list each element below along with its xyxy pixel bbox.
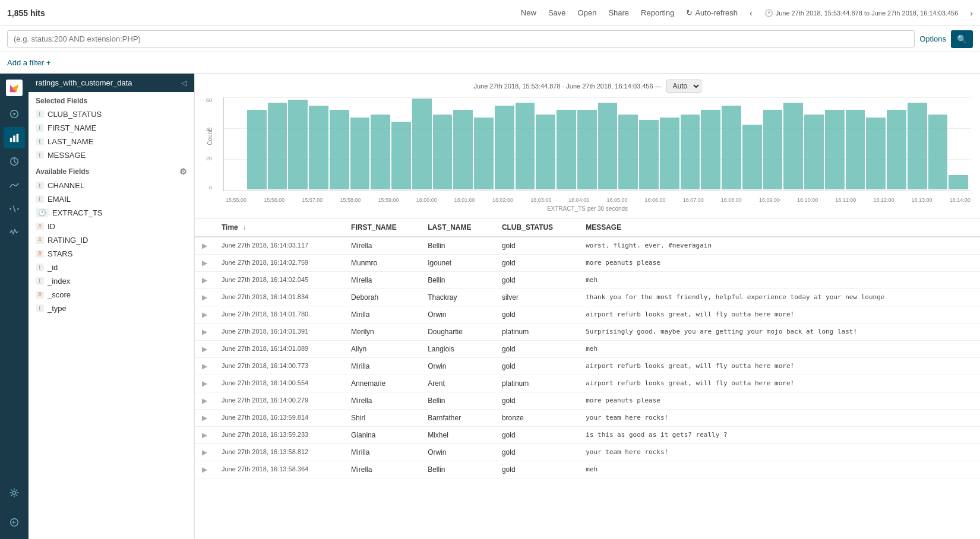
selected-field-first_name[interactable]: tFIRST_NAME (29, 121, 194, 135)
available-field-rating_id[interactable]: #RATING_ID (29, 233, 194, 247)
available-fields-settings-icon[interactable]: ⚙ (179, 167, 187, 176)
sidebar-visualize[interactable] (4, 127, 25, 148)
row-expand-4[interactable]: ▶ (195, 306, 214, 324)
field-name: _type (48, 304, 67, 313)
lastname-col-header: LAST_NAME (421, 218, 495, 237)
top-bar: 1,855 hits New Save Open Share Reporting… (0, 0, 980, 26)
x-tick-10: 16:05:00 (606, 197, 627, 203)
selected-field-club_status[interactable]: tCLUB_STATUS (29, 107, 194, 121)
nav-open[interactable]: Open (578, 8, 597, 17)
row-expand-2[interactable]: ▶ (195, 272, 214, 289)
row-firstname-13: Mirella (344, 461, 421, 478)
row-lastname-7: Orwin (421, 358, 495, 375)
chart-bar-31 (866, 118, 886, 189)
row-expand-12[interactable]: ▶ (195, 444, 214, 461)
auto-refresh-btn[interactable]: ↻ Auto-refresh (686, 8, 738, 17)
chart-bar-1 (247, 110, 267, 189)
row-firstname-4: Mirilla (344, 306, 421, 324)
available-field-_score[interactable]: #_score (29, 288, 194, 302)
x-tick-16: 16:11:00 (835, 197, 856, 203)
row-expand-7[interactable]: ▶ (195, 358, 214, 375)
chart-container: Count 6040200 15:55:0015:56:0015:57:0015… (204, 97, 970, 204)
nav-share[interactable]: Share (608, 8, 629, 17)
sidebar-discover[interactable] (4, 103, 25, 125)
row-expand-3[interactable]: ▶ (195, 289, 214, 306)
firstname-col-header: FIRST_NAME (344, 218, 421, 237)
table-row: ▶ June 27th 2018, 16:14:03.117 Mirella B… (195, 237, 980, 255)
available-field-stars[interactable]: #STARS (29, 247, 194, 261)
chart-bar-27 (783, 103, 803, 189)
sidebar-monitoring[interactable] (4, 222, 25, 243)
sidebar-collapse[interactable] (4, 512, 25, 533)
interval-select[interactable]: Auto (666, 80, 701, 93)
nav-save[interactable]: Save (548, 8, 566, 17)
available-field-channel[interactable]: tCHANNEL (29, 179, 194, 192)
nav-reporting[interactable]: Reporting (641, 8, 674, 17)
table-row: ▶ June 27th 2018, 16:14:02.759 Munmro Ig… (195, 255, 980, 272)
message-col-header: MESSAGE (578, 218, 980, 237)
selected-field-message[interactable]: tMESSAGE (29, 148, 194, 162)
row-lastname-8: Arent (421, 375, 495, 392)
chart-bar-8 (391, 122, 411, 189)
row-lastname-13: Bellin (421, 461, 495, 478)
svg-line-6 (13, 206, 15, 213)
available-field-id[interactable]: #ID (29, 220, 194, 233)
available-field-email[interactable]: tEMAIL (29, 192, 194, 206)
row-expand-8[interactable]: ▶ (195, 375, 214, 392)
chart-bar-6 (350, 118, 370, 189)
field-type-icon: t (36, 182, 44, 189)
row-lastname-3: Thackray (421, 289, 495, 306)
top-nav: New Save Open Share Reporting ↻ Auto-ref… (521, 8, 973, 18)
row-status-5: platinum (495, 324, 578, 341)
sidebar-devtools[interactable] (4, 198, 25, 220)
options-button[interactable]: Options (919, 34, 946, 43)
row-lastname-6: Langlois (421, 341, 495, 358)
available-field-_index[interactable]: t_index (29, 274, 194, 288)
x-tick-9: 16:04:00 (568, 197, 589, 203)
sidebar-settings[interactable] (4, 482, 25, 503)
row-expand-10[interactable]: ▶ (195, 410, 214, 427)
row-expand-1[interactable]: ▶ (195, 255, 214, 272)
main-content: ratings_with_customer_data ◁ Selected Fi… (0, 74, 980, 539)
row-expand-13[interactable]: ▶ (195, 461, 214, 478)
svg-rect-3 (13, 135, 15, 142)
x-tick-12: 16:07:00 (683, 197, 704, 203)
sidebar-timelion[interactable] (4, 175, 25, 196)
available-field-extract_ts[interactable]: 🕐EXTRACT_TS (29, 206, 194, 220)
search-input[interactable] (7, 30, 915, 47)
nav-next-arrow[interactable]: › (970, 8, 973, 18)
row-status-0: gold (495, 237, 578, 255)
field-name: CHANNEL (48, 181, 84, 190)
chart-bar-19 (618, 115, 638, 189)
x-tick-15: 16:10:00 (797, 197, 818, 203)
row-firstname-12: Mirilla (344, 444, 421, 461)
sidebar-dashboard[interactable] (4, 151, 25, 172)
field-name: EMAIL (48, 195, 71, 204)
row-lastname-0: Bellin (421, 237, 495, 255)
time-col-header[interactable]: Time ↓ (214, 218, 344, 237)
row-status-10: bronze (495, 410, 578, 427)
nav-new[interactable]: New (521, 8, 536, 17)
available-field-_id[interactable]: t_id (29, 261, 194, 274)
x-tick-13: 16:08:00 (721, 197, 742, 203)
row-expand-6[interactable]: ▶ (195, 341, 214, 358)
row-expand-9[interactable]: ▶ (195, 392, 214, 410)
row-firstname-5: Merilyn (344, 324, 421, 341)
selected-field-last_name[interactable]: tLAST_NAME (29, 135, 194, 148)
panel-collapse-btn[interactable]: ◁ (181, 78, 187, 87)
row-message-6: meh (578, 341, 980, 358)
row-time-0: June 27th 2018, 16:14:03.117 (214, 237, 344, 255)
nav-prev-arrow[interactable]: ‹ (750, 8, 753, 18)
row-expand-11[interactable]: ▶ (195, 427, 214, 444)
add-filter-button[interactable]: Add a filter + (7, 58, 50, 67)
available-field-_type[interactable]: t_type (29, 302, 194, 315)
row-message-7: airport refurb looks great, will fly out… (578, 358, 980, 375)
row-time-12: June 27th 2018, 16:13:58.812 (214, 444, 344, 461)
row-status-7: gold (495, 358, 578, 375)
chart-bar-26 (763, 110, 783, 189)
x-tick-19: 16:14:00 (950, 197, 970, 203)
row-expand-5[interactable]: ▶ (195, 324, 214, 341)
search-button[interactable]: 🔍 (951, 30, 973, 48)
table-row: ▶ June 27th 2018, 16:14:01.391 Merilyn D… (195, 324, 980, 341)
row-expand-0[interactable]: ▶ (195, 237, 214, 255)
